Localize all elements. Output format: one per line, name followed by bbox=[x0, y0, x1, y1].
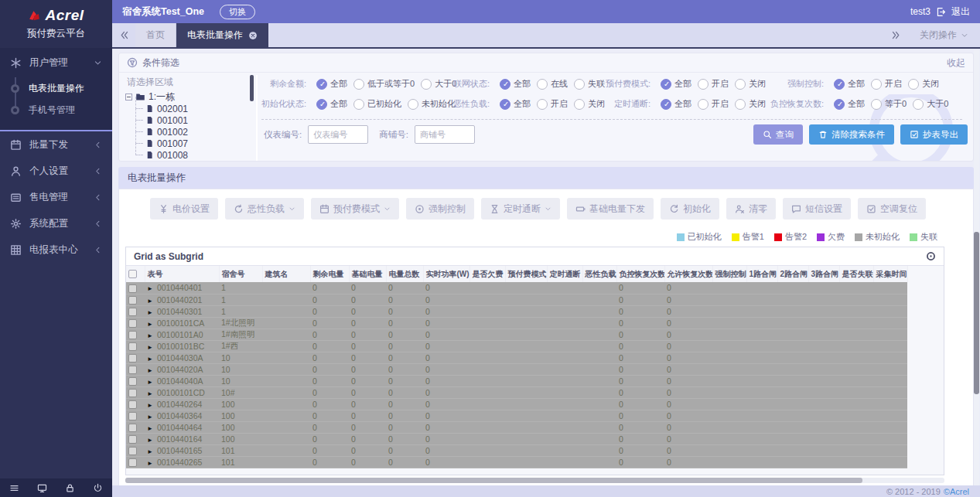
tree-scrollbar-thumb[interactable] bbox=[250, 75, 254, 101]
radio-option-全部[interactable]: 全部 bbox=[834, 98, 865, 110]
row-checkbox[interactable] bbox=[128, 389, 137, 397]
expand-row-icon[interactable]: ► bbox=[147, 425, 153, 432]
radio-option-关闭[interactable]: 关闭 bbox=[908, 78, 939, 90]
radio-icon[interactable] bbox=[500, 79, 510, 90]
radio-icon[interactable] bbox=[908, 79, 919, 90]
radio-icon[interactable] bbox=[316, 99, 327, 110]
抄表导出-button[interactable]: 抄表导出 bbox=[900, 124, 968, 145]
expand-row-icon[interactable]: ► bbox=[147, 344, 153, 351]
tab-close-icon[interactable] bbox=[248, 31, 258, 40]
row-checkbox[interactable] bbox=[128, 331, 137, 339]
radio-option-关闭[interactable]: 关闭 bbox=[735, 78, 766, 90]
sidebar-item-用户管理[interactable]: 用户管理 bbox=[0, 49, 112, 76]
radio-option-关闭[interactable]: 关闭 bbox=[574, 98, 605, 110]
row-checkbox[interactable] bbox=[128, 366, 137, 374]
toolbar-button-预付费模式[interactable]: 预付费模式 bbox=[311, 198, 399, 220]
radio-icon[interactable] bbox=[408, 99, 418, 110]
row-checkbox[interactable] bbox=[128, 308, 137, 316]
expand-row-icon[interactable]: ► bbox=[147, 332, 153, 339]
radio-option-开启[interactable]: 开启 bbox=[698, 78, 729, 90]
radio-icon[interactable] bbox=[316, 79, 327, 90]
radio-icon[interactable] bbox=[661, 99, 671, 110]
expand-row-icon[interactable]: ► bbox=[147, 309, 153, 316]
table-row[interactable]: ►0010440165101000000 bbox=[126, 444, 907, 456]
expand-row-icon[interactable]: ► bbox=[147, 390, 153, 397]
table-row[interactable]: ►0010440164100000000 bbox=[126, 433, 907, 444]
radio-icon[interactable] bbox=[537, 79, 548, 90]
expand-row-icon[interactable]: ► bbox=[147, 414, 153, 420]
toolbar-button-恶性负载[interactable]: 恶性负载 bbox=[225, 198, 304, 220]
table-row[interactable]: ►0010440464100000000 bbox=[126, 421, 907, 433]
tree-collapse-icon[interactable] bbox=[125, 94, 132, 100]
radio-option-低于或等于0[interactable]: 低于或等于0 bbox=[353, 78, 415, 90]
sidebar-subitem-手机号管理[interactable]: 手机号管理 bbox=[0, 99, 112, 121]
table-row[interactable]: ►001044030A10000000 bbox=[126, 352, 907, 363]
row-checkbox[interactable] bbox=[128, 412, 137, 420]
toolbar-button-强制控制[interactable]: 强制控制 bbox=[406, 198, 474, 220]
radio-option-全部[interactable]: 全部 bbox=[500, 98, 531, 110]
close-operations-dropdown[interactable]: 关闭操作 bbox=[920, 29, 968, 42]
row-checkbox[interactable] bbox=[128, 377, 137, 386]
table-row[interactable]: ►00100101CA1#北照明000000 bbox=[126, 317, 907, 328]
radio-icon[interactable] bbox=[871, 79, 882, 90]
radio-option-在线[interactable]: 在线 bbox=[537, 78, 568, 90]
sidebar-item-个人设置[interactable]: 个人设置 bbox=[0, 158, 112, 184]
expand-row-icon[interactable]: ► bbox=[147, 285, 153, 292]
radio-icon[interactable] bbox=[661, 79, 671, 90]
table-row[interactable]: ►0010440265101000000 bbox=[126, 456, 907, 468]
radio-option-关闭[interactable]: 关闭 bbox=[735, 98, 766, 110]
radio-option-全部[interactable]: 全部 bbox=[661, 98, 691, 110]
table-row[interactable]: ►00100101BC1#西000000 bbox=[126, 340, 907, 352]
row-checkbox[interactable] bbox=[128, 354, 137, 363]
table-row[interactable]: ►001044040A10000000 bbox=[126, 375, 907, 386]
lock-icon[interactable] bbox=[65, 483, 75, 493]
radio-icon[interactable] bbox=[834, 99, 845, 110]
row-checkbox[interactable] bbox=[128, 284, 137, 293]
tree-node-001002[interactable]: 001002 bbox=[135, 126, 256, 138]
toolbar-button-定时通断[interactable]: 定时通断 bbox=[481, 198, 560, 220]
tree-node-001001[interactable]: 001001 bbox=[135, 114, 256, 126]
table-row[interactable]: ►00104403011000000 bbox=[126, 305, 907, 317]
radio-option-失联[interactable]: 失联 bbox=[574, 78, 605, 90]
expand-row-icon[interactable]: ► bbox=[147, 367, 153, 374]
table-row[interactable]: ►0010440364100000000 bbox=[126, 410, 907, 421]
table-row[interactable]: ►001044020A10000000 bbox=[126, 363, 907, 375]
tree-node-001007[interactable]: 001007 bbox=[135, 138, 256, 149]
sidebar-item-售电管理[interactable]: 售电管理 bbox=[0, 184, 112, 210]
monitor-icon[interactable] bbox=[37, 483, 47, 493]
page-vertical-scrollbar-thumb[interactable] bbox=[974, 232, 979, 394]
power-icon[interactable] bbox=[93, 483, 103, 493]
radio-option-已初始化[interactable]: 已初始化 bbox=[353, 98, 401, 110]
radio-option-大于0[interactable]: 大于0 bbox=[913, 98, 948, 110]
table-row[interactable]: ►00100101CD10#000000 bbox=[126, 386, 907, 398]
tree-root-node[interactable]: 1:一栋 bbox=[124, 91, 256, 103]
toolbar-button-清零[interactable]: 清零 bbox=[726, 198, 776, 220]
tree-node-001008[interactable]: 001008 bbox=[135, 149, 256, 161]
radio-option-开启[interactable]: 开启 bbox=[537, 98, 568, 110]
tabs-scroll-right-button[interactable] bbox=[884, 30, 907, 40]
meter-number-input[interactable] bbox=[308, 125, 368, 144]
radio-option-全部[interactable]: 全部 bbox=[834, 78, 865, 90]
toolbar-button-初始化[interactable]: 初始化 bbox=[661, 198, 719, 220]
collapse-menu-icon[interactable] bbox=[9, 483, 19, 493]
清除搜索条件-button[interactable]: 清除搜索条件 bbox=[809, 124, 894, 145]
radio-icon[interactable] bbox=[698, 99, 709, 110]
radio-option-全部[interactable]: 全部 bbox=[316, 78, 347, 90]
expand-row-icon[interactable]: ► bbox=[147, 460, 153, 467]
toolbar-button-基础电量下发[interactable]: 基础电量下发 bbox=[567, 198, 654, 220]
tabs-scroll-left-button[interactable] bbox=[112, 23, 135, 47]
row-checkbox[interactable] bbox=[128, 458, 137, 467]
radio-icon[interactable] bbox=[834, 79, 845, 90]
radio-option-开启[interactable]: 开启 bbox=[698, 98, 729, 110]
sidebar-item-电报表中心[interactable]: 电报表中心 bbox=[0, 237, 112, 263]
radio-icon[interactable] bbox=[913, 99, 924, 110]
row-checkbox[interactable] bbox=[128, 435, 137, 444]
toolbar-button-空调复位[interactable]: 空调复位 bbox=[858, 198, 926, 220]
sidebar-item-系统配置[interactable]: 系统配置 bbox=[0, 210, 112, 237]
sidebar-subitem-电表批量操作[interactable]: 电表批量操作 bbox=[0, 77, 112, 99]
logout-button[interactable]: 退出 bbox=[951, 5, 970, 19]
radio-icon[interactable] bbox=[574, 79, 585, 90]
shop-number-input[interactable] bbox=[415, 125, 475, 144]
radio-option-开启[interactable]: 开启 bbox=[871, 78, 902, 90]
radio-icon[interactable] bbox=[574, 99, 585, 110]
